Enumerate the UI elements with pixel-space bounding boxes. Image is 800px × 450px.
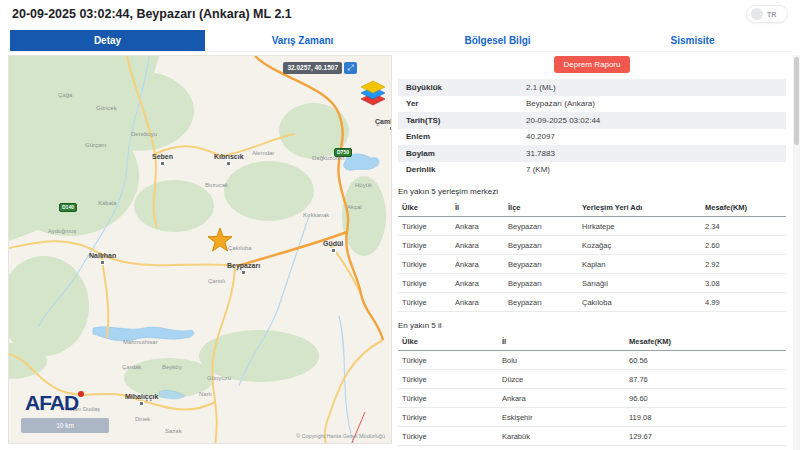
table-cell: 4.99: [701, 293, 786, 312]
table-cell: Türkiye: [398, 389, 498, 408]
language-toggle[interactable]: TR: [746, 5, 788, 23]
detail-row: Enlem40.2097: [398, 129, 786, 146]
table-cell: 2.60: [701, 236, 786, 255]
content-row: ÇağaGöncekDereboyuGürçamAlemdarDağkuzöre…: [0, 52, 800, 446]
table-row: TürkiyeDüzce87.76: [398, 370, 786, 389]
map-village-label: Narlı: [199, 391, 212, 397]
map-village-label: Günyüzü: [207, 375, 231, 381]
detail-label: Büyüklük: [398, 83, 526, 92]
table-cell: Türkiye: [398, 293, 451, 312]
table-cell: Ankara: [498, 389, 625, 408]
tab-var-zaman-[interactable]: Varış Zamanı: [205, 30, 400, 51]
detail-label: Derinlik: [398, 165, 526, 174]
tab-sismisite[interactable]: Sismisite: [595, 30, 790, 51]
detail-row: YerBeypazarı (Ankara): [398, 96, 786, 113]
table-cell: Türkiye: [398, 351, 498, 370]
afad-logo: AFAD: [25, 391, 78, 415]
column-header: İl: [451, 199, 504, 217]
earthquake-map[interactable]: ÇağaGöncekDereboyuGürçamAlemdarDağkuzöre…: [8, 55, 392, 444]
table-cell: 2.34: [701, 217, 786, 236]
map-town-label: Çamlıdere: [375, 118, 392, 131]
table-cell: Bolu: [498, 351, 625, 370]
column-header: Ülke: [398, 333, 498, 351]
detail-label: Tarih(TS): [398, 116, 526, 125]
page-title: 20-09-2025 03:02:44, Beypazarı (Ankara) …: [12, 7, 292, 21]
map-village-label: Gürçam: [85, 142, 106, 148]
column-header: Mesafe(KM): [625, 333, 786, 351]
table-cell: Kozağaç: [578, 236, 701, 255]
table-cell: Eskişehir: [498, 408, 625, 427]
nearest-settlements-title: En yakın 5 yerleşim merkezi: [398, 187, 786, 196]
nearest-provinces-title: En yakın 5 il: [398, 321, 786, 330]
map-village-label: Göncek: [96, 105, 117, 111]
epicenter-star-icon[interactable]: [207, 227, 233, 252]
table-cell: Sarıağıl: [578, 274, 701, 293]
map-town-label: Mihalıççık: [125, 393, 158, 406]
tab-detay[interactable]: Detay: [10, 30, 205, 51]
table-row: TürkiyeAnkaraBeypazarıSarıağıl3.08: [398, 274, 786, 293]
nearest-provinces-table: ÜlkeİlMesafe(KM)TürkiyeBolu60.56TürkiyeD…: [398, 333, 786, 446]
table-cell: Ankara: [451, 217, 504, 236]
tab-b-lgesel-bilgi[interactable]: Bölgesel Bilgi: [400, 30, 595, 51]
detail-row: Derinlik7 (KM): [398, 162, 786, 179]
column-header: İl: [498, 333, 625, 351]
map-village-label: Aydoğmuş: [48, 228, 76, 234]
table-row: TürkiyeEskişehir119.08: [398, 408, 786, 427]
column-header: Ülke: [398, 199, 451, 217]
table-cell: Türkiye: [398, 236, 451, 255]
table-cell: Ankara: [451, 255, 504, 274]
map-village-label: Beyköy: [162, 364, 182, 370]
detail-value: 40.2097: [526, 132, 786, 141]
tab-bar: DetayVarış ZamanıBölgesel BilgiSismisite: [10, 30, 790, 52]
table-cell: Ankara: [451, 274, 504, 293]
detail-label: Yer: [398, 99, 526, 108]
table-row: TürkiyeAnkara96.60: [398, 389, 786, 408]
table-cell: Kaplan: [578, 255, 701, 274]
table-cell: Beypazarı: [504, 236, 578, 255]
detail-value: 31.7883: [526, 149, 786, 158]
map-village-label: Hüyük: [355, 182, 372, 188]
road-shield: D140: [59, 203, 77, 212]
detail-value: 20-09-2025 03:02:44: [526, 116, 786, 125]
table-cell: Beypazarı: [504, 217, 578, 236]
map-coordinate-bar: 32.0257, 40.1507 ⤢: [283, 62, 357, 74]
table-cell: 96.60: [625, 389, 786, 408]
detail-value: Beypazarı (Ankara): [526, 99, 786, 108]
nearest-settlements-table: ÜlkeİlİlçeYerleşim Yeri AdıMesafe(KM)Tür…: [398, 199, 786, 312]
scrollbar-thumb[interactable]: [794, 57, 799, 145]
map-village-label: Çantılı: [208, 278, 225, 284]
fullscreen-button[interactable]: ⤢: [344, 62, 357, 74]
earthquake-report-button[interactable]: Deprem Raporu: [554, 56, 631, 73]
table-cell: 2.92: [701, 255, 786, 274]
table-cell: Karabük: [498, 427, 625, 446]
detail-label: Enlem: [398, 132, 526, 141]
detail-panel: Deprem Raporu Büyüklük2.1 (ML)YerBeypaza…: [398, 55, 792, 446]
map-village-label: Kabala: [98, 200, 117, 206]
map-village-label: Dereboyu: [131, 131, 157, 137]
table-row: TürkiyeKarabük129.67: [398, 427, 786, 446]
detail-row: Boylam31.7883: [398, 145, 786, 162]
table-cell: Hırkatepe: [578, 217, 701, 236]
table-cell: Türkiye: [398, 408, 498, 427]
page-scrollbar[interactable]: [793, 55, 800, 450]
map-village-label: Sazak: [165, 428, 182, 434]
detail-label: Boylam: [398, 149, 526, 158]
language-code: TR: [767, 11, 776, 18]
map-scale-bar: 10 km: [21, 418, 109, 433]
table-cell: Ankara: [451, 293, 504, 312]
detail-table: Büyüklük2.1 (ML)YerBeypazarı (Ankara)Tar…: [398, 79, 786, 178]
detail-row: Tarih(TS)20-09-2025 03:02:44: [398, 112, 786, 129]
table-cell: Beypazarı: [504, 274, 578, 293]
map-village-label: Alemdar: [252, 150, 274, 156]
table-row: TürkiyeAnkaraBeypazarıHırkatepe2.34: [398, 217, 786, 236]
detail-value: 2.1 (ML): [526, 83, 786, 92]
map-village-label: Mahmuthisar: [123, 339, 158, 345]
map-town-label: Nallıhan: [89, 252, 116, 265]
table-cell: Düzce: [498, 370, 625, 389]
layers-control-icon[interactable]: [359, 80, 387, 106]
table-cell: 87.76: [625, 370, 786, 389]
page-header: 20-09-2025 03:02:44, Beypazarı (Ankara) …: [0, 0, 800, 30]
table-cell: 119.08: [625, 408, 786, 427]
map-town-label: Güdül: [323, 240, 343, 253]
table-cell: Beypazarı: [504, 255, 578, 274]
